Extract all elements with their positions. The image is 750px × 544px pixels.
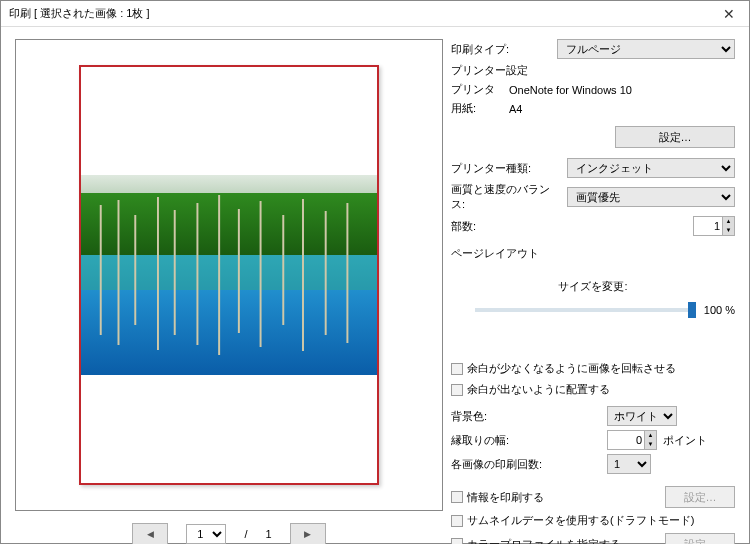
paper-label: 用紙: [451,101,503,116]
printer-label: プリンタ [451,82,503,97]
preview-pane: ◀ 1 / 1 ▶ [15,39,443,544]
svg-rect-3 [81,255,377,290]
settings-pane: 印刷タイプ: フルページ プリンター設定 プリンタ OneNote for Wi… [451,39,735,544]
copies-label: 部数: [451,219,561,234]
dialog-body: ◀ 1 / 1 ▶ 印刷タイプ: フルページ プリンター設定 [1,27,749,544]
page-number-select[interactable]: 1 [186,524,226,544]
size-slider[interactable] [475,308,696,312]
copies-spinner[interactable]: ▲▼ [722,217,734,235]
quality-select[interactable]: 画質優先 [567,187,735,207]
page-sep: / [244,528,247,540]
window-title: 印刷 [ 選択された画像 : 1枚 ] [9,6,150,21]
svg-rect-1 [81,193,377,255]
quality-label: 画質と速度のバランス: [451,182,561,212]
triangle-right-icon: ▶ [304,529,311,539]
prev-page-button[interactable]: ◀ [132,523,168,544]
preview-frame [15,39,443,511]
preview-page [79,65,379,485]
bgcolor-select[interactable]: ホワイト [607,406,677,426]
svg-rect-0 [81,175,377,195]
rotate-checkbox-label: 余白が少なくなるように画像を回転させる [467,361,676,376]
tile-checkbox[interactable] [451,384,463,396]
print-info-label: 情報を印刷する [467,490,544,505]
paper-value: A4 [509,103,522,115]
close-icon: ✕ [723,6,735,22]
use-thumbnail-label: サムネイルデータを使用する(ドラフトモード) [467,513,694,528]
titlebar: 印刷 [ 選択された画像 : 1枚 ] ✕ [1,1,749,27]
print-info-checkbox[interactable] [451,491,463,503]
rotate-checkbox[interactable] [451,363,463,375]
pager: ◀ 1 / 1 ▶ [15,513,443,544]
size-value: 100 % [704,304,735,316]
point-unit-label: ポイント [663,433,707,448]
printer-name: OneNote for Windows 10 [509,84,632,96]
use-thumbnail-checkbox[interactable] [451,515,463,527]
color-profile-label: カラープロファイルを指定する [467,537,621,545]
print-type-select[interactable]: フルページ [557,39,735,59]
print-info-settings-button[interactable]: 設定… [665,486,735,508]
border-width-spinner[interactable]: ▲▼ [644,431,656,449]
page-total: 1 [265,528,271,540]
next-page-button[interactable]: ▶ [290,523,326,544]
print-dialog: 印刷 [ 選択された画像 : 1枚 ] ✕ [0,0,750,544]
close-button[interactable]: ✕ [709,1,749,27]
print-type-label: 印刷タイプ: [451,42,551,57]
bgcolor-label: 背景色: [451,409,601,424]
per-image-copies-label: 各画像の印刷回数: [451,457,601,472]
resize-label: サイズを変更: [558,279,627,294]
triangle-left-icon: ◀ [147,529,154,539]
printer-settings-button[interactable]: 設定… [615,126,735,148]
per-image-copies-select[interactable]: 1 [607,454,651,474]
page-layout-heading: ページレイアウト [451,246,539,261]
color-profile-settings-button[interactable]: 設定… [665,533,735,544]
slider-thumb[interactable] [688,302,696,318]
preview-image [81,175,377,375]
border-width-label: 縁取りの幅: [451,433,601,448]
color-profile-checkbox[interactable] [451,538,463,544]
printer-kind-select[interactable]: インクジェット [567,158,735,178]
printer-settings-heading: プリンター設定 [451,63,528,78]
printer-kind-label: プリンター種類: [451,161,561,176]
tile-checkbox-label: 余白が出ないように配置する [467,382,610,397]
